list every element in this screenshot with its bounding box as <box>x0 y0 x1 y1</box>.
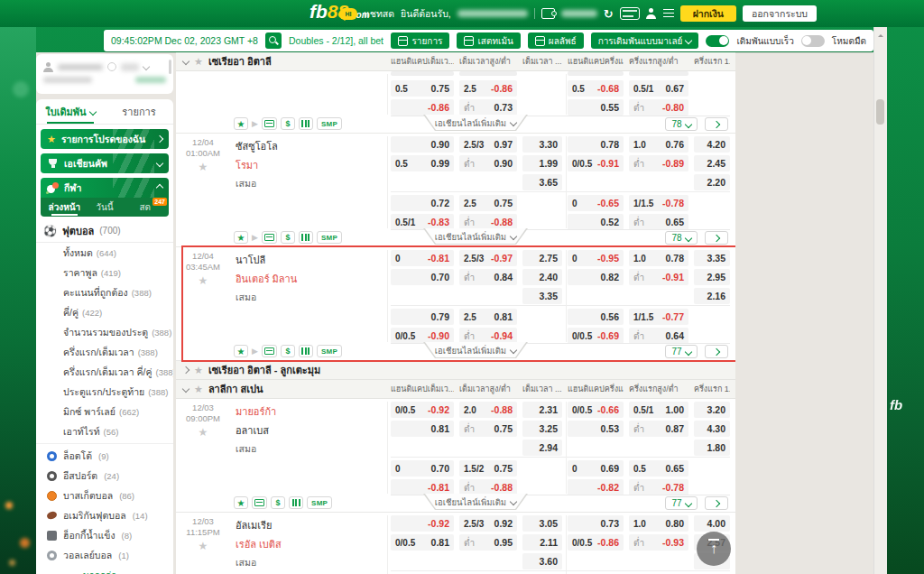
next-page-button[interactable] <box>705 345 728 358</box>
market-count-dropdown[interactable]: 78 <box>665 231 698 245</box>
sidebar-market-item[interactable]: คี่/คู่(422) <box>36 302 173 322</box>
odds-cell[interactable]: 3.65 <box>522 174 562 190</box>
odds-cell[interactable]: ต่ำ0.87 <box>629 421 688 437</box>
section-star-icon[interactable]: ★ <box>194 56 203 68</box>
sidebar-market-item[interactable]: ราคาพูล(419) <box>36 263 173 282</box>
tab-bet-slip[interactable]: ใบเดิมพัน <box>36 99 105 124</box>
odds-cell[interactable]: 0-0.65 <box>568 195 624 211</box>
market-count-dropdown[interactable]: 77 <box>665 345 698 358</box>
odds-cell[interactable]: 0.53 <box>568 421 624 437</box>
odds-cell[interactable]: 0.55 <box>568 99 624 116</box>
tab-list[interactable]: รายการ <box>105 99 173 124</box>
odds-cell[interactable]: 0.50.65 <box>629 460 688 477</box>
odds-cell[interactable]: 0-0.95 <box>568 250 624 266</box>
odds-cell[interactable]: 1/1.5-0.77 <box>629 309 688 325</box>
section-header[interactable]: ★เซเรียอา อิตาลีแฮนดิแคปเต็มเว...เต็มเวล… <box>176 52 735 71</box>
sidebar-sport-item[interactable]: อีสปอร์ต(24) <box>36 466 173 486</box>
wallet-icon[interactable] <box>541 8 555 19</box>
cashout-icon[interactable] <box>262 117 277 130</box>
next-page-button[interactable] <box>705 231 728 245</box>
odds-cell[interactable]: 1.99 <box>522 155 562 171</box>
odds-cell[interactable]: 0/0.5-0.91 <box>568 155 624 171</box>
odds-cell[interactable]: 3.25 <box>522 421 562 437</box>
statement-button[interactable]: เสตทเม้น <box>457 32 520 49</box>
odds-cell[interactable]: 0.56 <box>568 309 624 325</box>
cashout-icon[interactable] <box>262 345 277 357</box>
odds-cell[interactable]: 0.73 <box>568 515 624 532</box>
chevron-down-icon[interactable] <box>143 63 150 70</box>
sidebar-scrollbar-thumb[interactable] <box>169 60 171 74</box>
odds-cell[interactable]: 0.52 <box>568 214 624 230</box>
odds-cell[interactable]: 3.05 <box>522 515 562 532</box>
smp-button[interactable]: SMP <box>307 496 332 509</box>
odds-cell[interactable]: ต่ำ0.84 <box>459 269 517 285</box>
results-button[interactable]: ผลลัพธ์ <box>528 32 584 49</box>
sidebar-sport-item[interactable]: วอลเลย์บอล(1) <box>36 545 173 565</box>
favorite-star-icon[interactable]: ★ <box>234 345 248 357</box>
odds-cell[interactable]: ต่ำ-0.91 <box>629 269 688 285</box>
favorite-star-icon[interactable]: ★ <box>176 162 230 172</box>
odds-cell[interactable]: 3.20 <box>694 402 730 418</box>
odds-cell[interactable]: 1.00.78 <box>629 250 688 266</box>
odds-cell[interactable]: 1.00.80 <box>629 515 688 532</box>
play-icon[interactable]: ▶ <box>252 233 258 242</box>
stats-icon[interactable] <box>289 496 303 509</box>
odds-cell[interactable]: 4.30 <box>694 421 730 437</box>
odds-cell[interactable]: 2.16 <box>694 288 730 304</box>
odds-cell[interactable]: 1.5/20.75 <box>459 460 517 477</box>
odds-cell[interactable]: 2.95 <box>694 269 730 285</box>
stats-icon[interactable] <box>299 117 313 130</box>
dark-mode-toggle[interactable] <box>801 35 825 47</box>
favorite-star-icon[interactable]: ★ <box>234 231 248 244</box>
sidebar-market-item[interactable]: ครึ่งแรก/เต็มเวลา คี่/คู่(388) <box>36 362 173 382</box>
sidebar-market-item[interactable]: มิกซ์ พาร์เลย์(662) <box>36 402 173 421</box>
sidebar-sport-item[interactable]: บาสเก็ตบอล(86) <box>36 486 173 505</box>
odds-cell[interactable]: ต่ำ0.95 <box>459 534 517 551</box>
tab-early[interactable]: ล่วงหน้า <box>44 198 85 217</box>
odds-cell[interactable]: 1/1.5-0.78 <box>629 195 688 211</box>
asian-lines-more-button[interactable]: เอเชียนไลน์เพิ่มเติม <box>423 494 528 510</box>
odds-cell[interactable]: 2.5/30.92 <box>459 515 517 532</box>
refresh-icon[interactable]: ↻ <box>604 8 614 20</box>
odds-cell[interactable]: 0.5/10.67 <box>629 80 688 97</box>
odds-cell[interactable]: 3.60 <box>522 553 562 569</box>
favorite-star-icon[interactable]: ★ <box>176 541 230 551</box>
odds-cell[interactable]: 0/0.50.81 <box>391 534 454 551</box>
account-icon[interactable] <box>646 8 657 19</box>
odds-cell[interactable]: 00.70 <box>391 460 454 477</box>
odds-cell[interactable]: 0.5-0.68 <box>568 80 624 97</box>
odds-cell[interactable]: 4.00 <box>694 515 730 532</box>
odds-cell[interactable]: 0.79 <box>391 309 454 325</box>
market-count-dropdown[interactable]: 77 <box>665 496 698 510</box>
odds-cell[interactable]: 0.82 <box>568 269 624 285</box>
market-count-dropdown[interactable]: 78 <box>665 117 698 131</box>
asian-cup-banner[interactable]: เอเชียนคัพ <box>41 153 169 173</box>
vertical-scrollbar[interactable] <box>873 27 887 574</box>
bet-list-button[interactable]: รายการ <box>391 32 449 49</box>
section-header[interactable]: ★ลาลีกา สเปนแฮนดิแคปเต็มเว...เต็มเวลาสูง… <box>176 380 735 399</box>
tab-live[interactable]: สด247 <box>125 198 165 217</box>
sports-banner[interactable]: กีฬา <box>41 178 169 198</box>
odds-cell[interactable]: 2.5/3-0.97 <box>459 250 517 266</box>
smp-button[interactable]: SMP <box>317 345 342 357</box>
odds-cell[interactable]: 0-0.81 <box>391 250 454 266</box>
play-icon[interactable]: ▶ <box>252 347 258 356</box>
odds-cell[interactable]: 0.72 <box>391 195 454 211</box>
scrollbar-thumb[interactable] <box>876 99 884 125</box>
odds-cell[interactable]: 2.75 <box>522 250 562 266</box>
odds-cell[interactable]: 0.78 <box>568 136 624 153</box>
promo-badge-icon[interactable] <box>620 7 640 20</box>
odds-cell[interactable]: ต่ำ-0.78 <box>629 479 688 495</box>
refresh-balance-icon[interactable] <box>107 62 116 71</box>
deposit-button[interactable]: ฝากเงิน <box>680 5 736 22</box>
odds-cell[interactable]: 2.50.75 <box>459 195 517 211</box>
next-page-button[interactable] <box>705 496 728 510</box>
odds-cell[interactable]: ต่ำ-0.89 <box>629 155 688 171</box>
stats-icon[interactable] <box>299 231 313 244</box>
odds-cell[interactable]: 0.90 <box>391 136 454 153</box>
scroll-to-top-button[interactable]: ↑ <box>697 532 731 566</box>
favorite-star-icon[interactable]: ★ <box>176 275 230 286</box>
odds-cell[interactable]: 0.70 <box>391 269 454 285</box>
odds-cell[interactable] <box>459 71 517 76</box>
odds-cell[interactable]: 2.50.81 <box>459 309 517 325</box>
